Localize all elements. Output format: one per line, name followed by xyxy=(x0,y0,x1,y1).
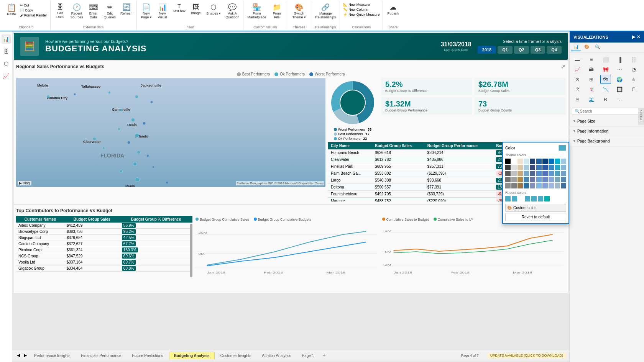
color-swatch[interactable] xyxy=(542,177,548,182)
color-swatch[interactable] xyxy=(549,171,554,176)
color-swatch[interactable] xyxy=(505,177,511,182)
color-swatch[interactable] xyxy=(530,177,535,182)
viz-r-visual[interactable]: R xyxy=(600,95,611,104)
revert-to-default-button[interactable]: Revert to default xyxy=(505,213,566,221)
from-file-button[interactable]: 📁 FromFile xyxy=(269,2,284,20)
sidebar-report-icon[interactable]: 📊 xyxy=(2,34,11,44)
map-dot[interactable] xyxy=(135,177,140,182)
refresh-button[interactable]: 🔄 Refresh xyxy=(119,2,134,16)
image-button[interactable]: 🖼 Image xyxy=(189,2,203,16)
tab-performance-insights[interactable]: Performance Insights xyxy=(29,352,76,359)
color-swatch[interactable] xyxy=(542,171,548,176)
map-dot[interactable] xyxy=(74,93,76,95)
color-swatch[interactable] xyxy=(555,171,560,176)
color-swatch[interactable] xyxy=(524,183,529,188)
viz-card[interactable]: 🃏 xyxy=(586,85,597,94)
viz-slicer[interactable]: 🔲 xyxy=(614,85,625,94)
viz-stacked-col[interactable]: ⬜ xyxy=(600,55,611,64)
map-dot[interactable] xyxy=(135,133,139,138)
cut-button[interactable]: ✂ Cut xyxy=(19,3,48,8)
sidebar-model-icon[interactable]: ⬡ xyxy=(2,59,11,68)
panel-collapse-icon[interactable]: ✕ xyxy=(637,34,640,39)
recent-color-swatch[interactable] xyxy=(512,196,517,201)
map-dot[interactable] xyxy=(152,166,154,168)
viz-search-input[interactable] xyxy=(580,109,639,113)
format-painter-button[interactable]: 🖌 Format Painter xyxy=(19,13,48,18)
update-bar[interactable]: UPDATE AVAILABLE (CLICK TO DOWNLOAD) xyxy=(487,353,566,358)
map-dot[interactable] xyxy=(146,154,149,157)
map-dot[interactable] xyxy=(135,95,138,98)
color-swatch[interactable] xyxy=(511,159,517,164)
map-dot[interactable] xyxy=(47,95,50,98)
edit-queries-button[interactable]: ✏ EditQueries xyxy=(102,2,118,20)
viz-line[interactable]: 📈 xyxy=(572,65,583,74)
time-btn-q3[interactable]: Q3 xyxy=(531,46,545,54)
color-swatch[interactable] xyxy=(518,159,523,164)
viz-pie[interactable]: ◔ xyxy=(628,65,639,74)
color-swatch[interactable] xyxy=(518,171,523,176)
color-swatch[interactable] xyxy=(518,165,523,170)
viz-treemap[interactable]: ⊞ xyxy=(586,75,597,84)
viz-tab-format[interactable]: 🎨 xyxy=(582,43,592,51)
viz-clustered-col[interactable]: ▐ xyxy=(614,55,625,64)
color-swatch[interactable] xyxy=(505,165,511,170)
viz-area[interactable]: 🏔 xyxy=(586,65,597,74)
color-swatch[interactable] xyxy=(561,177,566,182)
text-box-button[interactable]: T Text box xyxy=(171,2,187,14)
map-dot[interactable] xyxy=(102,147,105,149)
tab-attrition-analytics[interactable]: Attrition Analytics xyxy=(257,352,296,359)
viz-kpi[interactable]: 📉 xyxy=(600,85,611,94)
recent-sources-button[interactable]: 🕐 RecentSources xyxy=(69,2,85,20)
color-swatch[interactable] xyxy=(536,177,542,182)
new-measure-button[interactable]: 📐 New Measure xyxy=(342,2,380,7)
manage-relationships-button[interactable]: 🔗 ManageRelationships xyxy=(314,2,337,20)
color-swatch[interactable] xyxy=(530,165,535,170)
viz-filled-map[interactable]: 🌍 xyxy=(614,75,625,84)
color-swatch[interactable] xyxy=(536,165,542,170)
map-dot[interactable] xyxy=(166,181,168,184)
map-dot[interactable] xyxy=(93,137,96,141)
recent-color-swatch[interactable] xyxy=(538,196,543,201)
viz-more[interactable]: … xyxy=(614,95,625,104)
color-swatch[interactable] xyxy=(524,177,529,182)
color-swatch[interactable] xyxy=(561,165,566,170)
viz-matrix[interactable]: ⊟ xyxy=(572,95,583,104)
viz-stacked-bar[interactable]: ▬ xyxy=(572,55,583,64)
legend-best[interactable]: Best Performers xyxy=(237,72,270,76)
legend-ok[interactable]: Ok Performers xyxy=(274,72,305,76)
map-dot[interactable] xyxy=(133,162,137,166)
map-dot[interactable] xyxy=(118,128,120,130)
color-swatch[interactable] xyxy=(530,183,535,188)
map-dot[interactable] xyxy=(120,108,123,111)
get-data-button[interactable]: 🗄 GetData xyxy=(53,2,67,20)
add-page-button[interactable]: + xyxy=(320,351,329,360)
viz-donut[interactable]: ⊙ xyxy=(572,75,583,84)
color-swatch[interactable] xyxy=(536,183,542,188)
color-swatch[interactable] xyxy=(505,183,511,188)
color-swatch[interactable] xyxy=(555,159,560,164)
sidebar-data-icon[interactable]: 🗄 xyxy=(2,47,11,56)
new-page-button[interactable]: 📄 NewPage ▾ xyxy=(139,2,154,20)
viz-100pct-bar[interactable]: ░ xyxy=(628,55,639,64)
color-swatch[interactable] xyxy=(542,165,548,170)
color-swatch[interactable] xyxy=(555,165,560,170)
color-swatch[interactable] xyxy=(511,171,517,176)
tab-page1[interactable]: Page 1 xyxy=(297,352,319,359)
recent-color-swatch[interactable] xyxy=(505,196,511,201)
time-btn-q2[interactable]: Q2 xyxy=(514,46,529,54)
color-swatch[interactable] xyxy=(555,183,560,188)
color-swatch[interactable] xyxy=(542,183,548,188)
page-information-header[interactable]: ▼ Page Information xyxy=(573,128,641,134)
color-swatch[interactable] xyxy=(524,165,529,170)
viz-tab-analytics[interactable]: 🔍 xyxy=(593,43,603,51)
time-btn-q1[interactable]: Q1 xyxy=(498,46,513,54)
publish-button[interactable]: ☁ Publish xyxy=(385,2,401,16)
ask-question-button[interactable]: 💬 Ask AQuestion xyxy=(224,2,241,20)
color-swatch[interactable] xyxy=(549,165,554,170)
new-column-button[interactable]: 📏 New Column xyxy=(342,7,380,12)
new-visual-button[interactable]: 📊 NewVisual xyxy=(155,2,170,20)
viz-map[interactable]: 🗺 xyxy=(600,75,611,84)
map-dot[interactable] xyxy=(127,141,130,144)
paste-button[interactable]: 📋 Paste xyxy=(5,2,18,17)
expand-regional-icon[interactable]: ⤢ xyxy=(561,64,565,70)
